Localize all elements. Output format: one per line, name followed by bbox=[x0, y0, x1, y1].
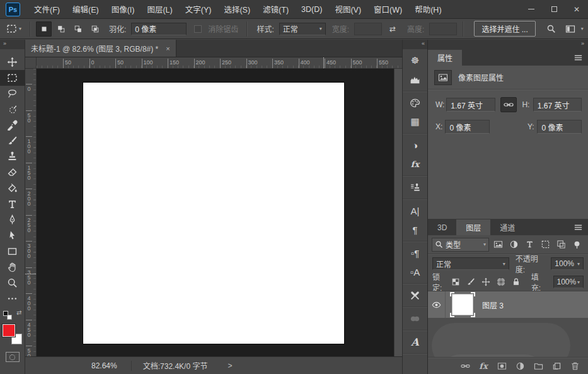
menu-layer[interactable]: 图层(L) bbox=[141, 0, 178, 19]
edit-toolbar-ellipsis[interactable] bbox=[0, 291, 25, 307]
adjustments-icon[interactable]: ◑ bbox=[403, 136, 427, 155]
canvas-backdrop[interactable] bbox=[37, 69, 394, 356]
eraser-tool[interactable] bbox=[0, 165, 25, 180]
layer-group-icon[interactable] bbox=[533, 360, 544, 371]
histogram-icon[interactable] bbox=[403, 70, 427, 89]
menu-file[interactable]: 文件(F) bbox=[28, 0, 66, 19]
close-button[interactable]: ✕ bbox=[565, 0, 588, 19]
lock-pixels-icon[interactable] bbox=[464, 276, 478, 288]
panel-menu-icon[interactable] bbox=[574, 223, 583, 232]
tab-通道[interactable]: 通道 bbox=[490, 219, 524, 235]
feather-input[interactable]: 0 像素 bbox=[131, 23, 187, 35]
eyedropper-tool[interactable] bbox=[0, 117, 25, 133]
maximize-button[interactable] bbox=[543, 0, 565, 19]
adjustment-filter-icon[interactable] bbox=[507, 238, 521, 252]
width-input[interactable] bbox=[354, 23, 382, 35]
link-layers-icon[interactable] bbox=[459, 360, 471, 371]
menu-edit[interactable]: 编辑(E) bbox=[66, 0, 105, 19]
smart-object-filter-icon[interactable] bbox=[554, 238, 568, 252]
navigator-icon[interactable]: ☸ bbox=[403, 51, 427, 70]
add-to-selection-button[interactable] bbox=[53, 21, 69, 37]
clone-source-icon[interactable] bbox=[403, 178, 427, 197]
foreground-color-swatch[interactable] bbox=[3, 324, 15, 337]
filter-type-dropdown[interactable]: 类型 ▾ bbox=[432, 238, 489, 252]
swap-colors-icon[interactable]: ⇄ bbox=[16, 309, 21, 316]
rectangular-marquee-tool[interactable] bbox=[0, 70, 25, 86]
width-value-input[interactable]: 1.67 英寸 bbox=[446, 98, 495, 112]
menu-select[interactable]: 选择(S) bbox=[217, 0, 257, 19]
menu-view[interactable]: 视图(V) bbox=[328, 0, 367, 19]
menu-type[interactable]: 文字(Y) bbox=[179, 0, 218, 19]
move-tool[interactable] bbox=[0, 54, 25, 70]
blend-mode-dropdown[interactable]: 正常 ▾ bbox=[432, 257, 509, 270]
shape-filter-icon[interactable] bbox=[538, 238, 553, 252]
pin-filter-icon[interactable] bbox=[570, 238, 584, 252]
zoom-level-input[interactable]: 82.64% bbox=[91, 361, 117, 370]
libraries-icon[interactable] bbox=[403, 309, 427, 328]
vertical-ruler[interactable]: 050100150200250300350400450500 bbox=[25, 69, 37, 356]
color-panel-icon[interactable] bbox=[403, 93, 427, 112]
layer-effects-icon[interactable]: fx bbox=[478, 360, 489, 371]
style-dropdown[interactable]: 正常 ▾ bbox=[279, 23, 326, 35]
subtract-from-selection-button[interactable] bbox=[70, 21, 86, 37]
quick-selection-tool[interactable] bbox=[0, 102, 25, 117]
horizontal-ruler[interactable]: 50050100150200250300350400450500550 bbox=[37, 57, 402, 69]
search-icon[interactable] bbox=[543, 21, 560, 37]
ruler-origin-corner[interactable] bbox=[25, 57, 37, 69]
menu-filter[interactable]: 滤镜(T) bbox=[257, 0, 295, 19]
layer-mask-icon[interactable] bbox=[496, 360, 507, 371]
layer-row[interactable]: 图层 3 bbox=[428, 291, 588, 318]
document-tab[interactable]: 未标题-1 @ 82.6% (图层 3, RGB/8#) * × bbox=[25, 40, 176, 57]
minimize-button[interactable] bbox=[520, 0, 543, 19]
type-tool[interactable] bbox=[0, 196, 25, 212]
rectangle-tool[interactable] bbox=[0, 243, 25, 259]
status-options-chevron[interactable]: > bbox=[228, 361, 232, 370]
panel-menu-icon[interactable] bbox=[574, 53, 583, 62]
swatches-icon[interactable]: ▦ bbox=[403, 112, 427, 131]
lock-artboard-icon[interactable] bbox=[495, 276, 508, 288]
tab-图层[interactable]: 图层 bbox=[456, 219, 490, 235]
visibility-toggle[interactable] bbox=[428, 291, 446, 318]
vertical-scrollbar[interactable] bbox=[394, 69, 402, 356]
link-dimensions-button[interactable] bbox=[500, 97, 517, 112]
strip-expand-button[interactable]: « bbox=[403, 40, 427, 49]
lock-position-icon[interactable] bbox=[480, 276, 493, 288]
new-selection-button[interactable] bbox=[36, 21, 52, 37]
brush-tool[interactable] bbox=[0, 133, 25, 149]
select-and-mask-button[interactable]: 选择并遮住 ... bbox=[474, 21, 535, 37]
styles-fx-icon[interactable]: fx bbox=[403, 155, 427, 173]
menu-image[interactable]: 图像(I) bbox=[105, 0, 141, 19]
tool-preset-picker[interactable]: ▾ bbox=[4, 22, 24, 35]
glyphs-icon[interactable]: A bbox=[403, 332, 427, 351]
tab-3D[interactable]: 3D bbox=[428, 219, 456, 235]
intersect-selection-button[interactable] bbox=[87, 21, 103, 37]
hand-tool[interactable] bbox=[0, 259, 25, 275]
tab-close-icon[interactable]: × bbox=[166, 45, 170, 52]
opacity-dropdown[interactable]: 100% ▾ bbox=[551, 257, 584, 270]
default-colors-icon[interactable]: ⇄ bbox=[3, 310, 16, 322]
tab-properties[interactable]: 属性 bbox=[428, 50, 462, 66]
pen-tool[interactable] bbox=[0, 212, 25, 228]
lock-transparent-icon[interactable] bbox=[449, 276, 463, 288]
document-canvas[interactable] bbox=[83, 83, 344, 344]
lock-all-icon[interactable] bbox=[510, 276, 523, 288]
paragraph-panel-icon[interactable]: ¶ bbox=[403, 220, 427, 239]
height-input[interactable] bbox=[429, 23, 457, 35]
quick-mask-button[interactable] bbox=[6, 352, 20, 362]
menu-3d[interactable]: 3D(D) bbox=[295, 0, 328, 19]
height-value-input[interactable]: 1.67 英寸 bbox=[533, 98, 582, 112]
lasso-tool[interactable] bbox=[0, 86, 25, 102]
paint-bucket-tool[interactable] bbox=[0, 180, 25, 196]
tool-presets-icon[interactable] bbox=[403, 286, 427, 305]
adjustment-layer-icon[interactable] bbox=[514, 360, 526, 371]
antialias-checkbox[interactable] bbox=[194, 25, 202, 33]
chevron-down-icon[interactable]: ▾ bbox=[581, 26, 584, 32]
menu-help[interactable]: 帮助(H) bbox=[408, 0, 447, 19]
character-styles-icon[interactable]: ▫A bbox=[403, 262, 427, 281]
workspace-icon[interactable] bbox=[562, 21, 579, 37]
paragraph-styles-icon[interactable]: ▫¶ bbox=[403, 243, 427, 262]
path-selection-tool[interactable] bbox=[0, 228, 25, 243]
image-filter-icon[interactable] bbox=[491, 238, 505, 252]
layer-thumbnail[interactable] bbox=[452, 294, 473, 315]
new-layer-icon[interactable] bbox=[551, 360, 562, 371]
